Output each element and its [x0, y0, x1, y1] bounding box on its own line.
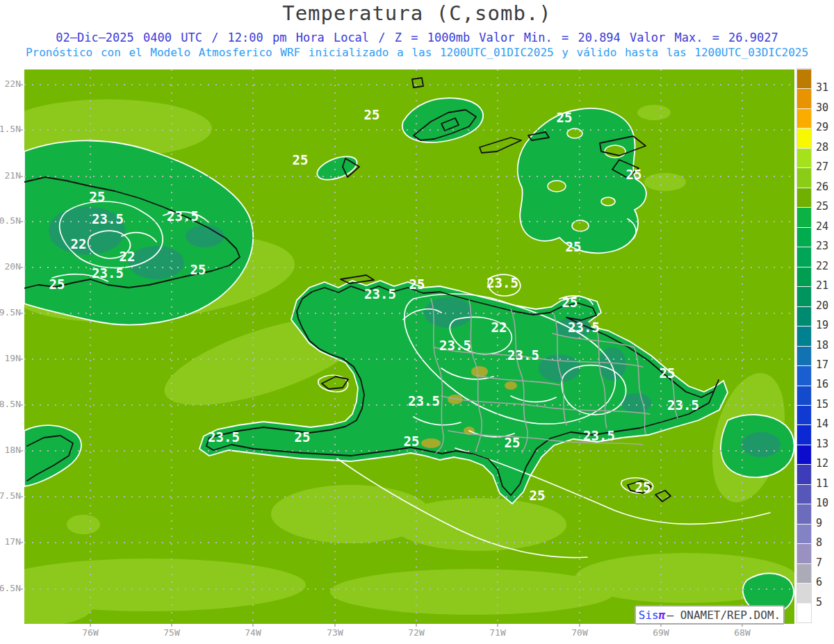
- colorbar-tick-label: 19: [816, 319, 828, 331]
- colorbar-tick-label: 20: [816, 299, 828, 312]
- contour-label: 23.5: [583, 428, 615, 443]
- pi-symbol: π: [659, 609, 666, 622]
- attribution-org: – ONAMET/REP.DOM.: [667, 609, 780, 622]
- colorbar-tick-label: 29: [816, 121, 828, 133]
- lon-tick-label: 75W: [151, 627, 193, 638]
- lon-tick: [579, 624, 580, 627]
- colorbar-tick-label: 18: [816, 339, 828, 352]
- contour-label: 25: [90, 189, 106, 204]
- colorbar-tick-label: 9: [816, 517, 822, 529]
- lon-tick-label: 71W: [477, 627, 518, 638]
- contour-label: 23.5: [408, 393, 440, 408]
- lon-tick-label: 72W: [395, 627, 437, 638]
- colorbar-tick-label: 8: [816, 536, 822, 549]
- colorbar-tick-label: 23: [816, 240, 828, 252]
- contour-label: 25: [364, 107, 380, 122]
- colorbar-tick-label: 27: [816, 160, 828, 173]
- contour-label: 25: [409, 276, 425, 292]
- contour-label: 23.5: [364, 286, 396, 302]
- contour-label: 25: [660, 365, 676, 381]
- contour-label: 23.5: [568, 320, 600, 335]
- contour-label: 25: [293, 152, 309, 167]
- contour-label: 25: [626, 167, 642, 182]
- colorbar-tick-label: 24: [816, 220, 828, 233]
- colorbar-tick-label: 21: [816, 279, 828, 292]
- colorbar-tick-label: 6: [816, 576, 822, 588]
- contour-label: 22: [491, 320, 507, 335]
- lon-tick-label: 76W: [70, 627, 111, 638]
- colorbar-tick-label: 11: [816, 477, 828, 490]
- contour-label: 25: [404, 434, 420, 449]
- sispi-logo-text: Sis: [639, 609, 659, 622]
- contour-label: 23.5: [167, 208, 199, 224]
- colorbar-tick-label: 5: [816, 596, 822, 609]
- contour-label: 25: [49, 276, 65, 292]
- contour-label: 25: [566, 239, 582, 254]
- contour-label: 23.5: [507, 347, 539, 363]
- lon-tick: [334, 624, 336, 627]
- lon-tick-label: 70W: [559, 627, 600, 638]
- colorbar-tick-label: 7: [816, 556, 822, 569]
- colorbar-tick-label: 13: [816, 438, 828, 450]
- contour-label: 23.5: [486, 275, 518, 290]
- contour-label: 23.5: [92, 265, 124, 281]
- colorbar-tick-label: 31: [816, 81, 828, 94]
- contour-label: 25: [635, 479, 651, 495]
- lon-tick: [497, 624, 498, 627]
- colorbar-tick-label: 14: [816, 418, 828, 430]
- contour-label: 23.5: [208, 429, 240, 445]
- contour-label: 23.5: [667, 397, 699, 413]
- temperature-shading-map: 2523.523.5222223.5252525252525252523.523…: [24, 69, 794, 624]
- colorbar-tick-label: 15: [816, 398, 828, 411]
- weather-chart-page: Temperatura (C,somb.) 02–Dic–2025 0400 U…: [0, 0, 834, 644]
- lon-tick-label: 74W: [232, 627, 274, 638]
- colorbar-tick-label: 10: [816, 497, 828, 509]
- contour-label: 25: [557, 110, 573, 125]
- colorbar-tick-label: 26: [816, 181, 828, 193]
- colorbar-tick-label: 12: [816, 457, 828, 470]
- lon-tick: [90, 624, 91, 627]
- lon-tick-label: 68W: [721, 627, 763, 638]
- colorbar-labels: 3130292827262524232221201918171615141312…: [796, 68, 824, 622]
- colorbar-tick-label: 16: [816, 378, 828, 390]
- lon-tick: [416, 624, 417, 627]
- contour-label: 22: [120, 249, 136, 264]
- lon-tick-label: 73W: [314, 627, 356, 638]
- contour-label: 25: [562, 295, 578, 310]
- contour-label: 25: [505, 435, 521, 450]
- contour-label: 25: [530, 488, 546, 503]
- colorbar-tick-label: 22: [816, 260, 828, 272]
- lon-tick: [171, 624, 172, 627]
- lon-tick: [252, 624, 254, 627]
- colorbar-tick-label: 28: [816, 141, 828, 154]
- colorbar-tick-label: 30: [816, 101, 828, 114]
- colorbar-tick-label: 25: [816, 200, 828, 213]
- contour-label: 25: [295, 429, 311, 445]
- contour-label: 22: [71, 236, 87, 251]
- contour-label: 23.5: [439, 338, 471, 353]
- temperature-map: 2523.523.5222223.5252525252525252523.523…: [24, 69, 794, 624]
- contour-label: 23.5: [92, 211, 124, 226]
- contour-label: 25: [190, 262, 206, 277]
- lon-tick-label: 69W: [640, 627, 682, 638]
- attribution-box: Sisπ– ONAMET/REP.DOM.: [635, 605, 785, 625]
- colorbar-tick-label: 17: [816, 358, 828, 371]
